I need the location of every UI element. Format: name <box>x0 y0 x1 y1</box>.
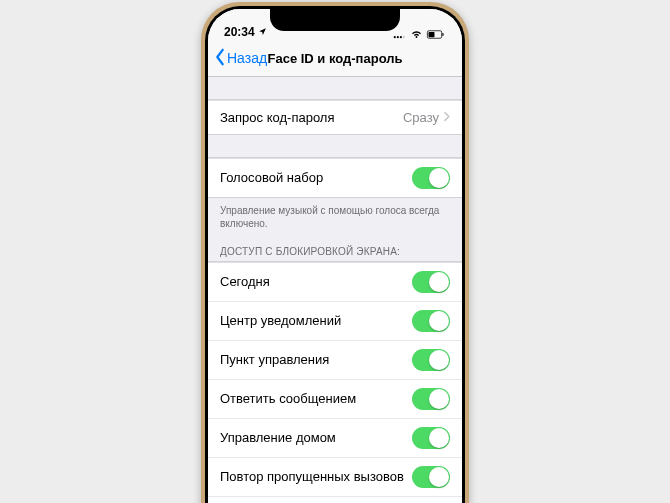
voice-dial-toggle[interactable] <box>412 167 450 189</box>
location-icon <box>258 27 267 36</box>
back-label: Назад <box>227 50 267 66</box>
voice-dial-footer: Управление музыкой с помощью голоса всег… <box>208 198 462 232</box>
passcode-request-label: Запрос код-пароля <box>220 110 334 125</box>
svg-point-0 <box>394 36 396 38</box>
chevron-right-icon <box>443 110 450 125</box>
settings-content[interactable]: Запрос код-пароля Сразу Голосовой набор <box>208 77 462 504</box>
notch <box>270 9 400 31</box>
lock-access-label: Ответить сообщением <box>220 391 356 406</box>
phone-bezel: 20:34 <box>205 6 465 504</box>
wifi-icon <box>410 30 423 39</box>
lock-access-header: ДОСТУП С БЛОКИРОВКОЙ ЭКРАНА: <box>208 232 462 261</box>
voice-dial-row[interactable]: Голосовой набор <box>208 158 462 197</box>
passcode-request-group: Запрос код-пароля Сразу <box>208 99 462 135</box>
page-title: Face ID и код-пароль <box>267 51 402 66</box>
battery-icon <box>426 30 446 39</box>
lock-access-label: Повтор пропущенных вызовов <box>220 469 404 484</box>
lock-access-row[interactable]: Центр уведомлений <box>208 302 462 341</box>
passcode-request-value: Сразу <box>403 110 450 125</box>
nav-bar: Назад Face ID и код-пароль <box>208 41 462 77</box>
lock-access-row[interactable]: Ответить сообщением <box>208 380 462 419</box>
voice-dial-label: Голосовой набор <box>220 170 323 185</box>
svg-point-2 <box>400 36 402 38</box>
lock-access-toggle[interactable] <box>412 310 450 332</box>
status-right <box>393 30 446 39</box>
lock-access-row[interactable]: Управление домом <box>208 419 462 458</box>
lock-access-toggle[interactable] <box>412 388 450 410</box>
lock-access-group: СегодняЦентр уведомленийПункт управления… <box>208 261 462 504</box>
signal-icon <box>393 30 407 39</box>
lock-access-label: Сегодня <box>220 274 270 289</box>
lock-access-row[interactable]: Пункт управления <box>208 341 462 380</box>
status-time: 20:34 <box>224 25 255 39</box>
voice-dial-group: Голосовой набор <box>208 157 462 198</box>
lock-access-toggle[interactable] <box>412 271 450 293</box>
lock-access-row[interactable]: Повтор пропущенных вызовов <box>208 458 462 497</box>
lock-access-label: Пункт управления <box>220 352 329 367</box>
lock-access-toggle[interactable] <box>412 427 450 449</box>
svg-rect-6 <box>442 33 443 36</box>
screen: 20:34 <box>208 9 462 504</box>
phone-frame: 20:34 <box>201 2 469 504</box>
status-left: 20:34 <box>224 25 267 39</box>
lock-access-toggle[interactable] <box>412 466 450 488</box>
svg-point-1 <box>397 36 399 38</box>
lock-access-label: Центр уведомлений <box>220 313 341 328</box>
lock-access-label: Управление домом <box>220 430 336 445</box>
lock-access-toggle[interactable] <box>412 349 450 371</box>
back-button[interactable]: Назад <box>214 48 267 69</box>
svg-point-3 <box>403 36 405 38</box>
chevron-left-icon <box>214 48 226 69</box>
lock-access-row[interactable]: Сегодня <box>208 262 462 302</box>
passcode-request-row[interactable]: Запрос код-пароля Сразу <box>208 100 462 134</box>
svg-rect-5 <box>429 31 435 36</box>
lock-access-row[interactable]: USB-аксессуары <box>208 497 462 504</box>
